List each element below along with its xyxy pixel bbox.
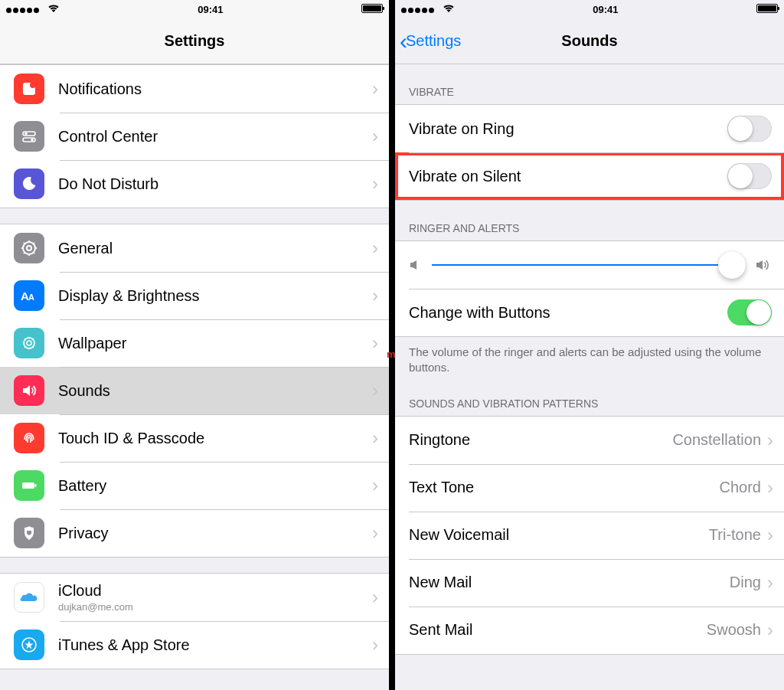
row-label: Vibrate on Ring bbox=[409, 120, 514, 138]
row-value: Ding bbox=[730, 574, 761, 591]
row-control-center[interactable]: Control Center › bbox=[0, 113, 389, 160]
row-value: Swoosh bbox=[707, 621, 761, 639]
row-label: Control Center bbox=[58, 128, 158, 146]
row-text-tone[interactable]: Text Tone Chord › bbox=[395, 464, 784, 512]
row-battery[interactable]: Battery › bbox=[0, 462, 389, 509]
row-label: Wallpaper bbox=[58, 335, 126, 352]
battery-icon bbox=[14, 470, 44, 501]
row-new-mail[interactable]: New Mail Ding › bbox=[395, 559, 784, 607]
row-touchid[interactable]: Touch ID & Passcode › bbox=[0, 414, 389, 462]
settings-group-1: Notifications › Control Center › Do Not … bbox=[0, 64, 389, 208]
chevron-right-icon: › bbox=[372, 285, 378, 306]
row-do-not-disturb[interactable]: Do Not Disturb › bbox=[0, 160, 389, 208]
row-label: Display & Brightness bbox=[58, 287, 200, 305]
row-notifications[interactable]: Notifications › bbox=[0, 65, 389, 113]
status-bar: 09:41 bbox=[0, 0, 389, 18]
sounds-screen: 09:41 ‹ Settings Sounds VIBRATE Vibrate … bbox=[395, 0, 784, 690]
row-value: Chord bbox=[720, 479, 761, 496]
svg-point-1 bbox=[30, 82, 36, 88]
row-sent-mail[interactable]: Sent Mail Swoosh › bbox=[395, 607, 784, 654]
chevron-right-icon: › bbox=[372, 237, 378, 259]
section-header-vibrate: VIBRATE bbox=[395, 64, 784, 104]
svg-point-7 bbox=[27, 246, 31, 250]
row-sounds[interactable]: Sounds › bbox=[0, 367, 389, 414]
section-footer-ringer: The volume of the ringer and alerts can … bbox=[395, 337, 784, 376]
chevron-right-icon: › bbox=[372, 173, 378, 195]
chevron-right-icon: › bbox=[372, 332, 378, 354]
settings-group-3: iCloud dujkan@me.com › iTunes & App Stor… bbox=[0, 573, 389, 669]
patterns-group: Ringtone Constellation › Text Tone Chord… bbox=[395, 416, 784, 655]
chevron-right-icon: › bbox=[372, 380, 378, 401]
settings-screen: 09:41 Settings Notifications › Control C… bbox=[0, 0, 389, 690]
svg-point-27 bbox=[32, 346, 34, 348]
row-general[interactable]: General › bbox=[0, 224, 389, 272]
svg-point-26 bbox=[24, 346, 27, 348]
svg-text:A: A bbox=[28, 293, 34, 302]
row-vibrate-silent[interactable]: Vibrate on Silent bbox=[395, 152, 784, 200]
chevron-right-icon: › bbox=[767, 525, 773, 546]
row-new-voicemail[interactable]: New Voicemail Tri-tone › bbox=[395, 512, 784, 559]
chevron-right-icon: › bbox=[767, 572, 773, 594]
appstore-icon bbox=[14, 630, 44, 660]
toggle-vibrate-silent[interactable] bbox=[727, 163, 772, 189]
svg-line-14 bbox=[24, 252, 25, 253]
row-display-brightness[interactable]: AA Display & Brightness › bbox=[0, 272, 389, 319]
chevron-right-icon: › bbox=[372, 634, 378, 656]
row-label: New Voicemail bbox=[409, 526, 509, 544]
chevron-right-icon: › bbox=[767, 477, 773, 499]
chevron-right-icon: › bbox=[372, 587, 378, 608]
svg-line-13 bbox=[33, 252, 34, 253]
settings-group-2: General › AA Display & Brightness › Wall… bbox=[0, 224, 389, 558]
row-icloud[interactable]: iCloud dujkan@me.com › bbox=[0, 574, 389, 621]
control-center-icon bbox=[14, 121, 44, 152]
row-change-with-buttons[interactable]: Change with Buttons bbox=[395, 289, 784, 336]
row-wallpaper[interactable]: Wallpaper › bbox=[0, 319, 389, 367]
row-label: iTunes & App Store bbox=[58, 636, 190, 654]
toggle-change-with-buttons[interactable] bbox=[727, 299, 772, 325]
row-itunes[interactable]: iTunes & App Store › bbox=[0, 621, 389, 669]
back-button[interactable]: ‹ Settings bbox=[400, 18, 461, 64]
toggle-vibrate-ring[interactable] bbox=[727, 116, 772, 142]
row-value: Tri-tone bbox=[709, 526, 761, 544]
row-label: Do Not Disturb bbox=[58, 175, 158, 193]
moon-icon bbox=[14, 168, 44, 199]
svg-line-15 bbox=[33, 243, 34, 244]
speaker-low-icon bbox=[409, 258, 423, 272]
nav-bar: ‹ Settings Sounds bbox=[395, 18, 784, 64]
row-volume-slider[interactable] bbox=[395, 241, 784, 289]
signal-indicator bbox=[401, 4, 455, 15]
section-header-ringer: RINGER AND ALERTS bbox=[395, 201, 784, 240]
row-label: Change with Buttons bbox=[409, 304, 550, 322]
nav-bar: Settings bbox=[0, 18, 389, 64]
row-label: Notifications bbox=[58, 80, 142, 98]
watermark: m bbox=[387, 348, 396, 360]
battery-indicator bbox=[756, 4, 778, 15]
row-ringtone[interactable]: Ringtone Constellation › bbox=[395, 417, 784, 464]
battery-indicator bbox=[361, 4, 383, 15]
status-time: 09:41 bbox=[593, 4, 618, 15]
chevron-right-icon: › bbox=[372, 78, 378, 100]
section-header-patterns: SOUNDS AND VIBRATION PATTERNS bbox=[395, 376, 784, 416]
row-label: Touch ID & Passcode bbox=[58, 430, 204, 447]
chevron-right-icon: › bbox=[372, 475, 378, 496]
vibrate-group: Vibrate on Ring Vibrate on Silent bbox=[395, 104, 784, 201]
back-label: Settings bbox=[406, 32, 461, 50]
svg-point-21 bbox=[28, 348, 31, 350]
svg-point-20 bbox=[28, 337, 31, 339]
row-label: iCloud bbox=[58, 582, 133, 600]
row-label: Privacy bbox=[58, 525, 109, 542]
svg-point-23 bbox=[34, 342, 36, 345]
page-title: Settings bbox=[165, 32, 225, 50]
row-label: Battery bbox=[58, 477, 106, 495]
signal-indicator bbox=[6, 4, 60, 15]
row-label: Text Tone bbox=[409, 479, 474, 496]
row-vibrate-ring[interactable]: Vibrate on Ring bbox=[395, 105, 784, 152]
chevron-right-icon: › bbox=[372, 522, 378, 544]
svg-rect-28 bbox=[22, 482, 34, 489]
row-label: Sent Mail bbox=[409, 621, 472, 639]
display-icon: AA bbox=[14, 280, 44, 311]
row-value: Constellation bbox=[672, 431, 761, 449]
chevron-right-icon: › bbox=[767, 430, 773, 451]
volume-slider[interactable] bbox=[432, 264, 730, 266]
row-privacy[interactable]: Privacy › bbox=[0, 509, 389, 557]
